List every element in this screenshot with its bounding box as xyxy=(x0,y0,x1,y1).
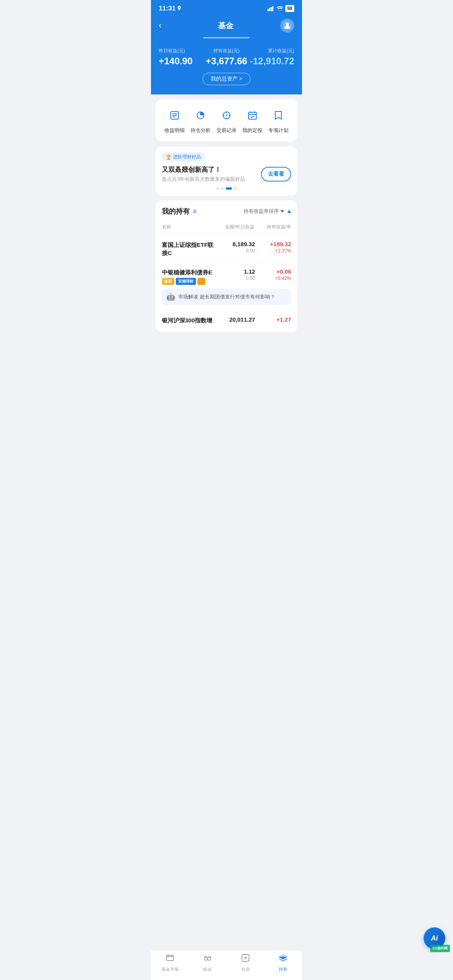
svg-point-13 xyxy=(226,115,227,116)
market-insight-banner[interactable]: 🤖 市场解读 超长期国债发行对债市有何影响？ xyxy=(162,289,291,305)
promo-dots xyxy=(162,187,291,190)
menu-item-position-analysis[interactable]: 持仓分析 xyxy=(190,107,211,134)
list-icon-svg xyxy=(169,110,180,121)
fund-item-3[interactable]: 银河沪深300指数增 20,011.27 +1.27 xyxy=(162,311,291,326)
avatar-icon xyxy=(283,22,291,29)
signal-icon xyxy=(268,6,275,11)
stats-row: 昨日收益(元) +140.90 持有收益(元) +3,677.66 累计收益(元… xyxy=(159,48,294,67)
svg-rect-3 xyxy=(272,6,273,11)
fund-1-profit: +189.32 +2.37% xyxy=(255,241,291,254)
stat-yesterday: 昨日收益(元) +140.90 xyxy=(159,48,204,67)
fund-3-amount: 20,011.27 xyxy=(219,316,255,323)
fund-3-profit: +1.27 xyxy=(255,316,291,323)
trophy-icon: 🏆 xyxy=(166,154,172,160)
position-analysis-icon xyxy=(192,107,209,124)
fund-row-2: 中银稳健添利债券E 金选 安稳理财 🔒 1.12 0.00 +0.06 +5.4… xyxy=(162,268,291,285)
header-underline xyxy=(151,37,302,41)
fund-row-3: 银河沪深300指数增 20,011.27 +1.27 xyxy=(162,316,291,324)
promo-cta-button[interactable]: 去看看 xyxy=(261,167,291,182)
badge-gold: 金选 xyxy=(162,278,174,285)
page-header: ‹ 基金 xyxy=(151,15,302,37)
fund-2-amount: 1.12 0.00 xyxy=(219,268,255,281)
circle-check-icon-svg xyxy=(221,110,232,121)
holdings-header: 我的持有 ≡ 持有收益率排序 xyxy=(162,207,291,216)
robot-icon: 🤖 xyxy=(166,293,175,301)
special-plan-icon xyxy=(270,107,287,124)
bookmark-icon-svg xyxy=(273,110,284,121)
pie-icon-svg xyxy=(195,110,206,121)
promo-banner: 🏆 进阶理财好品 又双叒叕创新高了！ 盘点近3年创新高次数最多的偏股好品 去看看 xyxy=(156,146,297,196)
svg-point-4 xyxy=(286,23,289,26)
svg-rect-18 xyxy=(249,112,256,119)
avatar[interactable] xyxy=(280,19,294,33)
dot-1 xyxy=(216,187,219,190)
status-icons: 98 xyxy=(268,5,294,12)
stat-holding: 持有收益(元) +3,677.66 xyxy=(204,48,249,67)
fund-1-amount: 8,189.32 0.00 xyxy=(219,241,255,254)
dot-2 xyxy=(221,187,223,190)
sort-button[interactable]: 持有收益率排序 xyxy=(244,208,291,215)
menu-item-trade-record[interactable]: 交易记录 xyxy=(216,107,237,134)
my-fixed-icon xyxy=(244,107,261,124)
holdings-list-icon[interactable]: ≡ xyxy=(193,207,197,216)
promo-tag: 🏆 进阶理财好品 xyxy=(162,152,205,161)
dropdown-icon xyxy=(280,210,284,212)
menu-item-profit-detail[interactable]: 收益明细 xyxy=(165,107,185,134)
location-icon xyxy=(177,6,182,11)
dot-3 xyxy=(226,187,232,190)
promo-content: 又双叒叕创新高了！ 盘点近3年创新高次数最多的偏股好品 去看看 xyxy=(162,165,291,183)
fund-item-1[interactable]: 富国上证综指ETF联接C 8,189.32 0.00 +189.32 +2.37… xyxy=(162,235,291,263)
promo-text: 又双叒叕创新高了！ 盘点近3年创新高次数最多的偏股好品 xyxy=(162,165,245,183)
status-time: 11:31 xyxy=(159,5,182,12)
page-title: 基金 xyxy=(171,21,280,31)
fund-2-profit: +0.06 +5.42% xyxy=(255,268,291,281)
profit-detail-icon xyxy=(166,107,183,124)
back-button[interactable]: ‹ xyxy=(159,21,171,31)
trade-record-icon xyxy=(218,107,235,124)
stats-section: 昨日收益(元) +140.90 持有收益(元) +3,677.66 累计收益(元… xyxy=(151,41,302,94)
svg-rect-1 xyxy=(269,8,270,11)
badge-lock-icon: 🔒 xyxy=(197,278,205,285)
fund-row-1: 富国上证综指ETF联接C 8,189.32 0.00 +189.32 +2.37… xyxy=(162,241,291,257)
fund-item-2[interactable]: 中银稳健添利债券E 金选 安稳理财 🔒 1.12 0.00 +0.06 +5.4… xyxy=(162,263,291,311)
fund-2-name: 中银稳健添利债券E 金选 安稳理财 🔒 xyxy=(162,268,219,285)
menu-card: 收益明细 持仓分析 xyxy=(156,99,297,142)
svg-rect-2 xyxy=(271,7,272,11)
menu-item-special-plan[interactable]: 专项计划 xyxy=(268,107,288,134)
stat-cumulative: 累计收益(元) -12,910.72 xyxy=(249,48,294,67)
calendar-icon-svg xyxy=(247,110,258,121)
menu-row: 收益明细 持仓分析 xyxy=(162,107,291,134)
column-headers: 名称 金额/昨日收益 持有收益/率 xyxy=(162,221,291,234)
status-bar: 11:31 98 xyxy=(151,0,302,15)
holdings-title: 我的持有 ≡ xyxy=(162,207,197,216)
badge-stable: 安稳理财 xyxy=(176,278,196,285)
svg-rect-0 xyxy=(268,9,269,11)
wifi-icon xyxy=(277,6,283,11)
holdings-section: 我的持有 ≡ 持有收益率排序 名称 金额/昨日收益 持有收益/率 富国上证综指E… xyxy=(156,200,297,332)
menu-item-my-fixed[interactable]: 我的定投 xyxy=(242,107,263,134)
battery-indicator: 98 xyxy=(285,5,294,12)
sort-triangle-icon xyxy=(287,210,291,213)
fund-2-badges: 金选 安稳理财 🔒 xyxy=(162,278,216,285)
dot-4 xyxy=(234,187,237,190)
total-assets-button[interactable]: 我的总资产 > xyxy=(202,73,251,85)
